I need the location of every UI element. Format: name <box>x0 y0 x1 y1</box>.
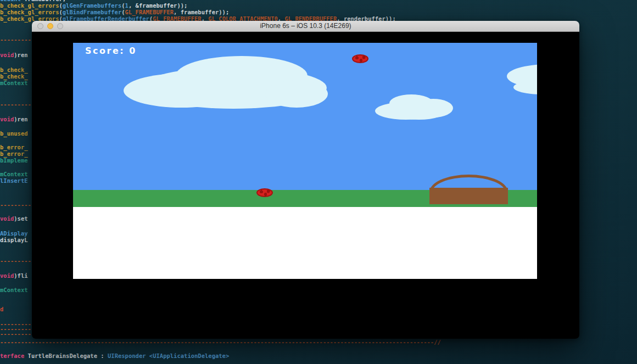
code-line: --------- <box>0 36 31 43</box>
zoom-button[interactable] <box>57 23 63 29</box>
code-line: b_error_ <box>0 144 28 150</box>
code-line: b_check_gl_errors(glGenFramebuffers(1, &… <box>0 2 187 9</box>
screen-bottom-area <box>73 207 537 279</box>
code-line: mContext <box>0 287 28 293</box>
close-button[interactable] <box>37 23 43 29</box>
code-line: displayL <box>0 237 28 243</box>
window-titlebar[interactable]: iPhone 6s – iOS 10.3 (14E269) <box>32 21 579 32</box>
simulator-window: iPhone 6s – iOS 10.3 (14E269) Score: 0 <box>32 21 579 339</box>
device-bezel: Score: 0 <box>32 32 579 339</box>
code-line: mContext <box>0 171 28 177</box>
falling-apple[interactable] <box>352 54 368 63</box>
basket-body[interactable] <box>429 188 508 204</box>
ground-apple[interactable] <box>256 188 273 197</box>
code-line: void)set <box>0 215 28 222</box>
code-line: terface TurtleBrainsDelegate : UIRespond… <box>0 352 229 359</box>
code-line: mContext <box>0 80 28 86</box>
score-label: Score: 0 <box>85 46 137 56</box>
code-line: bImpleme <box>0 157 28 164</box>
code-line: ----------------------------------------… <box>0 339 441 345</box>
window-title: iPhone 6s – iOS 10.3 (14E269) <box>32 21 579 31</box>
code-line: b_check_ <box>0 66 28 73</box>
code-line: void)ren <box>0 116 28 122</box>
code-line: b_check_ <box>0 73 28 80</box>
traffic-lights <box>37 23 63 29</box>
code-line: --------- <box>0 101 31 108</box>
code-line: b_unused <box>0 130 28 137</box>
code-line: b_check_gl_errors(glBindFramebuffer(GL_F… <box>0 9 229 15</box>
code-line: ADisplay <box>0 230 28 237</box>
cloud-large <box>124 56 328 109</box>
code-line: void)ren <box>0 52 28 58</box>
game-screen[interactable]: Score: 0 <box>73 43 537 279</box>
code-line: d <box>0 306 3 312</box>
minimize-button[interactable] <box>47 23 53 29</box>
code-line: void)fli <box>0 272 28 279</box>
code-line: --------- <box>0 257 31 264</box>
code-line: lInsertE <box>0 177 28 184</box>
cloud-small <box>375 94 453 120</box>
code-line: --------- <box>0 331 31 337</box>
code-line: --------- <box>0 201 31 208</box>
code-line: b_error_ <box>0 150 28 157</box>
